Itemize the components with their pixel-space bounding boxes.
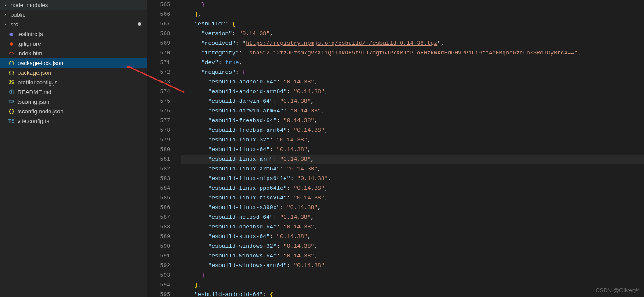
token-punc: :	[276, 243, 283, 250]
code-line[interactable]: "integrity": "sha512-12fzJ0fsm7gVZX1YQ1I…	[181, 48, 644, 58]
token-key: "esbuild-openbsd-64"	[208, 224, 276, 230]
token-punc: ,	[308, 146, 311, 153]
token-punc: ,	[318, 166, 321, 172]
file-item[interactable]: ◆.gitignore	[0, 39, 147, 48]
code-line[interactable]: }	[181, 0, 644, 10]
code-line[interactable]: }	[181, 271, 644, 280]
code-line[interactable]: "dev": true,	[181, 58, 644, 68]
token-punc: :	[225, 21, 232, 27]
code-line[interactable]: },	[181, 280, 644, 290]
code-line[interactable]: "esbuild-linux-64": "0.14.38",	[181, 145, 644, 155]
line-number: 577	[147, 116, 170, 126]
token-key: "esbuild-sunos-64"	[208, 233, 269, 240]
folder-item[interactable]: ›src	[0, 19, 147, 29]
watermark: CSDN @Oliver尹	[595, 286, 640, 294]
code-line[interactable]: "esbuild-darwin-64": "0.14.38",	[181, 97, 644, 106]
token-bool: true	[225, 59, 239, 66]
token-link[interactable]: https://registry.npmjs.org/esbuild/-/esb…	[246, 40, 437, 47]
ts-icon: TS	[8, 98, 15, 105]
file-item[interactable]: { }package-lock.json	[0, 58, 147, 68]
token-str: "0.14.38"	[283, 253, 314, 259]
token-str: "0.14.38"	[293, 262, 324, 269]
code-line[interactable]: "version": "0.14.38",	[181, 29, 644, 39]
line-number: 593	[147, 271, 170, 280]
token-str: "0.14.38"	[283, 243, 314, 250]
token-key: "requires"	[201, 69, 236, 76]
token-str: "0.14.38"	[283, 117, 314, 124]
code-line[interactable]: "esbuild-linux-32": "0.14.38",	[181, 135, 644, 145]
token-punc: ,	[308, 233, 311, 240]
code-line[interactable]: "esbuild-windows-arm64": "0.14.38"	[181, 261, 644, 271]
html-icon: <>	[8, 50, 15, 57]
token-key: "esbuild-linux-arm"	[208, 156, 273, 163]
code-line[interactable]: "esbuild-openbsd-64": "0.14.38",	[181, 222, 644, 232]
file-item[interactable]: { }package.json	[0, 68, 147, 77]
code-line[interactable]: "esbuild-android-64": {	[181, 290, 644, 297]
code-line[interactable]: },	[181, 10, 644, 19]
code-line[interactable]: "esbuild-android-64": "0.14.38",	[181, 77, 644, 87]
token-punc: ,	[325, 88, 328, 95]
line-number: 578	[147, 126, 170, 135]
folder-item[interactable]: ›public	[0, 10, 147, 19]
json-icon: { }	[8, 59, 15, 66]
token-punc: :	[270, 146, 277, 153]
folder-item[interactable]: ›node_modules	[0, 0, 147, 10]
git-icon: ◆	[8, 40, 15, 47]
file-explorer-sidebar[interactable]: ›node_modules›public›src◉.eslintrc.js◆.g…	[0, 0, 147, 297]
code-line[interactable]: "esbuild-linux-ppc64le": "0.14.38",	[181, 184, 644, 193]
token-key: "esbuild-android-64"	[194, 291, 263, 297]
code-line[interactable]: "resolved": "https://registry.npmjs.org/…	[181, 39, 644, 48]
code-line[interactable]: "esbuild-linux-s390x": "0.14.38",	[181, 203, 644, 213]
code-line[interactable]: "esbuild-windows-32": "0.14.38",	[181, 242, 644, 251]
code-editor[interactable]: 5655665675685695705715725735745755765775…	[147, 0, 644, 297]
token-str: "0.14.38"	[280, 156, 311, 163]
token-punc: :	[236, 40, 243, 47]
code-line[interactable]: "esbuild-linux-arm64": "0.14.38",	[181, 164, 644, 174]
token-key: "esbuild-linux-s390x"	[208, 204, 280, 211]
code-line[interactable]: "esbuild-windows-64": "0.14.38",	[181, 251, 644, 261]
code-line[interactable]: "esbuild-sunos-64": "0.14.38",	[181, 232, 644, 242]
token-punc: ,	[311, 214, 314, 221]
code-line[interactable]: "esbuild-android-arm64": "0.14.38",	[181, 87, 644, 97]
token-brace2: {	[242, 69, 246, 76]
token-str: "0.14.38"	[280, 98, 311, 105]
code-line[interactable]: "esbuild-linux-arm": "0.14.38",	[181, 155, 644, 164]
file-label: tsconfig.json	[18, 98, 49, 105]
file-item[interactable]: { }tsconfig.node.json	[0, 106, 147, 116]
file-item[interactable]: ⓘREADME.md	[0, 87, 147, 97]
token-punc: ,	[325, 185, 328, 192]
token-key: "esbuild-freebsd-arm64"	[208, 127, 286, 134]
file-label: README.md	[18, 89, 51, 95]
code-line[interactable]: "esbuild-linux-mips64le": "0.14.38",	[181, 174, 644, 184]
file-label: src	[11, 21, 18, 28]
code-line[interactable]: "esbuild-freebsd-arm64": "0.14.38",	[181, 126, 644, 135]
code-line[interactable]: "esbuild": {	[181, 19, 644, 29]
code-content[interactable]: } }, "esbuild": { "version": "0.14.38", …	[181, 0, 644, 297]
file-item[interactable]: <>index.html	[0, 48, 147, 58]
file-item[interactable]: JSprettier.config.js	[0, 77, 147, 87]
file-item[interactable]: ◉.eslintrc.js	[0, 29, 147, 39]
token-punc: :	[263, 291, 270, 297]
token-key: "esbuild-android-64"	[208, 79, 276, 85]
token-punc: ,	[314, 79, 318, 85]
token-key: "esbuild-linux-64"	[208, 146, 269, 153]
code-line[interactable]: "esbuild-darwin-arm64": "0.14.38",	[181, 106, 644, 116]
file-label: package-lock.json	[18, 60, 63, 66]
token-punc: ,	[578, 50, 581, 56]
line-number: 583	[147, 174, 170, 184]
code-line[interactable]: "esbuild-freebsd-64": "0.14.38",	[181, 116, 644, 126]
line-number: 584	[147, 184, 170, 193]
code-line[interactable]: "esbuild-netbsd-64": "0.14.38",	[181, 213, 644, 222]
code-line[interactable]: "esbuild-linux-riscv64": "0.14.38",	[181, 193, 644, 203]
token-punc: :	[276, 253, 283, 259]
token-punc: :	[287, 185, 294, 192]
token-punc: :	[287, 127, 294, 134]
token-key: "integrity"	[201, 50, 239, 56]
code-line[interactable]: "requires": {	[181, 68, 644, 77]
file-item[interactable]: TStsconfig.json	[0, 97, 147, 106]
file-item[interactable]: TSvite.config.ts	[0, 116, 147, 126]
json-icon: { }	[8, 108, 15, 115]
token-punc: :	[239, 50, 246, 56]
token-punc: :	[232, 30, 239, 37]
js-icon: JS	[8, 79, 15, 86]
